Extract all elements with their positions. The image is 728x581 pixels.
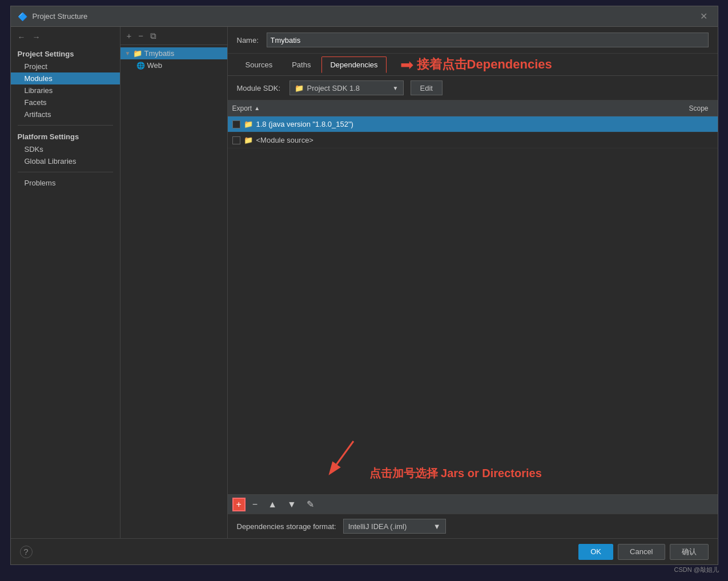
dep-name-1: <Module source> bbox=[256, 136, 313, 144]
dep-table-container: Export ▲ Scope 📁 1.8 (java version "1.8.… bbox=[228, 100, 718, 538]
tab-paths[interactable]: Paths bbox=[283, 57, 319, 73]
bottom-annotation-area: 点击加号选择 Jars or Directories bbox=[319, 435, 542, 481]
sdk-select[interactable]: 📁 Project SDK 1.8 ▼ bbox=[289, 80, 404, 95]
main-content: ← → Project Settings Project Modules Lib… bbox=[11, 27, 718, 538]
apply-button[interactable]: 确认 bbox=[670, 544, 709, 560]
sdk-label: Module SDK: bbox=[237, 84, 283, 92]
dep-export-col: Export ▲ bbox=[232, 104, 272, 112]
dep-row-0[interactable]: 📁 1.8 (java version "1.8.0_152") bbox=[228, 116, 718, 132]
intellij-icon: 🔷 bbox=[18, 11, 28, 22]
cancel-button[interactable]: Cancel bbox=[618, 544, 665, 560]
tabs-row: Sources Paths Dependencies bbox=[228, 54, 396, 75]
sidebar-item-project[interactable]: Project bbox=[11, 60, 120, 72]
name-label: Name: bbox=[237, 36, 260, 45]
dep-scope-col: Scope bbox=[689, 104, 713, 112]
annotation-arrow-svg bbox=[319, 435, 365, 481]
nav-back-button[interactable]: ← bbox=[15, 31, 28, 43]
annotation-text: 接着点击Dependencies bbox=[417, 56, 552, 73]
dep-remove-button[interactable]: − bbox=[249, 498, 261, 511]
watermark: CSDN @敲姐儿 bbox=[674, 566, 719, 574]
sdk-value: Project SDK 1.8 bbox=[307, 84, 360, 92]
sidebar-item-libraries[interactable]: Libraries bbox=[11, 84, 120, 96]
tree-remove-button[interactable]: − bbox=[136, 31, 145, 41]
sort-icon: ▲ bbox=[254, 105, 260, 111]
help-button[interactable]: ? bbox=[20, 546, 33, 558]
sidebar-item-label: Facets bbox=[25, 98, 47, 107]
tree-toolbar: + − ⧉ bbox=[120, 27, 227, 45]
arrow-right-icon: ➡ bbox=[400, 55, 413, 74]
tab-dependencies[interactable]: Dependencies bbox=[321, 57, 386, 73]
sidebar-item-global-libraries[interactable]: Global Libraries bbox=[11, 155, 120, 167]
svg-line-1 bbox=[331, 441, 353, 473]
sidebar-item-facets[interactable]: Facets bbox=[11, 96, 120, 108]
dep-add-button[interactable]: + bbox=[232, 498, 246, 511]
project-structure-dialog: 🔷 Project Structure ✕ ← → Project Settin… bbox=[10, 6, 718, 565]
sidebar-item-label: Global Libraries bbox=[25, 157, 77, 166]
nav-forward-button[interactable]: → bbox=[30, 31, 43, 43]
tree-node-label: Tmybatis bbox=[144, 49, 175, 58]
name-input[interactable] bbox=[267, 33, 709, 47]
tree-node-web[interactable]: 🌐 Web bbox=[120, 59, 227, 71]
storage-select[interactable]: IntelliJ IDEA (.iml) ▼ bbox=[343, 519, 446, 534]
project-settings-section-label: Project Settings bbox=[11, 47, 120, 60]
tree-add-button[interactable]: + bbox=[125, 31, 134, 41]
module-folder-icon: 📁 bbox=[133, 49, 142, 58]
sidebar-item-problems[interactable]: Problems bbox=[11, 177, 120, 189]
sidebar: ← → Project Settings Project Modules Lib… bbox=[11, 27, 120, 538]
sdk-row: Module SDK: 📁 Project SDK 1.8 ▼ Edit bbox=[228, 76, 718, 100]
ok-button[interactable]: OK bbox=[578, 544, 613, 560]
storage-label: Dependencies storage format: bbox=[237, 522, 336, 531]
sdk-edit-button[interactable]: Edit bbox=[411, 80, 443, 95]
dep-checkbox-1[interactable] bbox=[232, 136, 240, 144]
sidebar-item-label: Artifacts bbox=[25, 110, 51, 119]
dep-row-1[interactable]: 📁 <Module source> bbox=[228, 132, 718, 148]
tree-node-label: Web bbox=[147, 61, 163, 70]
sidebar-item-artifacts[interactable]: Artifacts bbox=[11, 108, 120, 120]
sidebar-item-label: Project bbox=[25, 62, 47, 71]
tab-sources[interactable]: Sources bbox=[237, 57, 281, 73]
title-bar-left: 🔷 Project Structure bbox=[18, 11, 88, 22]
sidebar-divider-2 bbox=[18, 172, 113, 172]
main-panel: Name: Sources Paths Dependencies ➡ 接着点击D… bbox=[228, 27, 718, 538]
export-label: Export bbox=[232, 104, 252, 112]
sidebar-item-label: Modules bbox=[25, 74, 53, 83]
dep-folder-icon-1: 📁 bbox=[244, 136, 253, 144]
storage-value: IntelliJ IDEA (.iml) bbox=[348, 522, 407, 531]
tab-annotation: ➡ 接着点击Dependencies bbox=[396, 55, 552, 74]
dialog-title: Project Structure bbox=[33, 12, 88, 21]
dep-move-down-button[interactable]: ▼ bbox=[284, 498, 300, 511]
dep-move-up-button[interactable]: ▲ bbox=[264, 498, 280, 511]
sdk-folder-icon: 📁 bbox=[295, 84, 304, 92]
dep-checkbox-0[interactable] bbox=[232, 120, 240, 128]
name-row: Name: bbox=[228, 27, 718, 54]
web-icon: 🌐 bbox=[136, 62, 145, 70]
platform-settings-section-label: Platform Settings bbox=[11, 130, 120, 143]
storage-row: Dependencies storage format: IntelliJ ID… bbox=[228, 514, 718, 538]
dep-table-header: Export ▲ Scope bbox=[228, 100, 718, 116]
dep-edit-button[interactable]: ✎ bbox=[303, 498, 317, 511]
sidebar-item-label: Problems bbox=[25, 179, 56, 187]
dep-name-0: 1.8 (java version "1.8.0_152") bbox=[256, 120, 353, 128]
tree-chevron-icon: ▼ bbox=[125, 50, 131, 57]
dep-folder-icon-0: 📁 bbox=[244, 120, 253, 128]
sidebar-item-label: Libraries bbox=[25, 86, 53, 95]
bottom-annotation-text: 点击加号选择 Jars or Directories bbox=[369, 466, 542, 481]
tree-content: ▼ 📁 Tmybatis 🌐 Web bbox=[120, 45, 227, 538]
footer: ? OK Cancel 确认 bbox=[11, 538, 718, 564]
tree-copy-button[interactable]: ⧉ bbox=[148, 31, 158, 41]
sidebar-nav: ← → bbox=[11, 31, 120, 47]
sidebar-item-label: SDKs bbox=[25, 145, 43, 154]
sidebar-divider bbox=[18, 125, 113, 126]
tree-node-tmybatis[interactable]: ▼ 📁 Tmybatis bbox=[120, 47, 227, 59]
dep-bottom-toolbar: + − ▲ ▼ ✎ bbox=[228, 494, 718, 514]
module-tree: + − ⧉ ▼ 📁 Tmybatis 🌐 Web bbox=[120, 27, 228, 538]
sidebar-item-sdks[interactable]: SDKs bbox=[11, 143, 120, 155]
title-bar: 🔷 Project Structure ✕ bbox=[11, 6, 718, 27]
close-button[interactable]: ✕ bbox=[697, 10, 711, 23]
sidebar-item-modules[interactable]: Modules bbox=[11, 72, 120, 84]
sdk-dropdown-icon: ▼ bbox=[393, 85, 399, 91]
storage-dropdown-icon: ▼ bbox=[433, 522, 441, 531]
